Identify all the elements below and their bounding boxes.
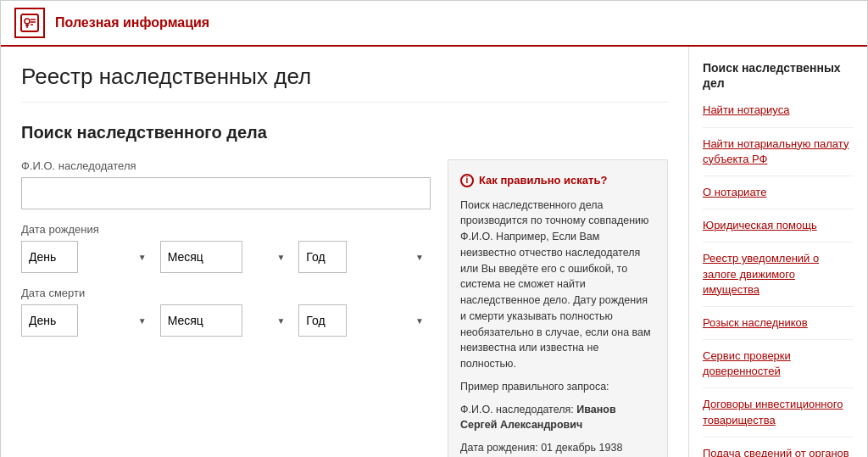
- death-year-select[interactable]: Год: [298, 304, 347, 337]
- birth-month-wrapper: Месяц МесяцЯнварьФевральМартАпрельМайИюн…: [160, 241, 292, 273]
- sidebar-nav-item: Юридическая помощь: [703, 218, 854, 242]
- birth-date-row: День День1234567891011121314151617181920…: [21, 241, 431, 273]
- death-year-wrapper: Год: [298, 304, 431, 337]
- sidebar-link-2[interactable]: О нотариате: [703, 186, 766, 198]
- svg-point-1: [25, 19, 30, 24]
- info-box-example-birth: Дата рождения: 01 декабрь 1938: [460, 440, 655, 456]
- birth-month-select[interactable]: Месяц МесяцЯнварьФевральМартАпрельМайИюн…: [160, 241, 242, 273]
- sidebar-nav-item: Найти нотариальную палату субъекта РФ: [703, 137, 854, 176]
- info-box-title: i Как правильно искать?: [460, 172, 655, 189]
- main-layout: Реестр наследственных дел Поиск наследст…: [1, 47, 867, 457]
- birth-date-label: Дата рождения: [21, 223, 431, 236]
- birth-year-select[interactable]: Год: [298, 241, 347, 273]
- fio-label: Ф.И.О. наследодателя: [21, 159, 431, 172]
- death-date-row: День День1234567891011121314151617181920…: [21, 304, 431, 337]
- sidebar-link-1[interactable]: Найти нотариальную палату субъекта РФ: [703, 137, 849, 165]
- header-title: Полезная информация: [55, 15, 209, 31]
- sidebar-nav-item: Реестр уведомлений о залоге движимого им…: [703, 251, 854, 307]
- birth-day-wrapper: День День1234567891011121314151617181920…: [21, 241, 153, 273]
- sidebar-link-6[interactable]: Сервис проверки доверенностей: [703, 349, 791, 377]
- sidebar-title: Поиск наследственных дел: [703, 60, 854, 91]
- fio-group: Ф.И.О. наследодателя: [21, 159, 431, 209]
- sidebar-nav-item: Подача сведений от органов местного само…: [703, 446, 854, 457]
- sidebar-link-8[interactable]: Подача сведений от органов местного само…: [703, 447, 849, 457]
- info-box-title-text: Как правильно искать?: [479, 172, 607, 189]
- sidebar-link-0[interactable]: Найти нотариуса: [703, 103, 789, 116]
- page-wrapper: Полезная информация Реестр наследственны…: [0, 0, 868, 457]
- search-form: Ф.И.О. наследодателя Дата рождения День …: [21, 159, 668, 457]
- sidebar-link-7[interactable]: Договоры инвестиционного товарищества: [703, 398, 843, 426]
- birth-day-select[interactable]: День День1234567891011121314151617181920…: [21, 241, 78, 273]
- death-date-group: Дата смерти День День1234567891011121314…: [21, 287, 431, 337]
- sidebar-link-4[interactable]: Реестр уведомлений о залоге движимого им…: [703, 252, 819, 295]
- sidebar-nav-item: Найти нотариуса: [703, 103, 854, 127]
- info-box-birth-value: 01 декабрь 1938: [541, 442, 622, 454]
- death-month-select[interactable]: Месяц МесяцЯнварьФевральМартАпрельМайИюн…: [160, 304, 242, 337]
- content-area: Реестр наследственных дел Поиск наследст…: [1, 47, 689, 457]
- info-box-example-label: Пример правильного запроса:: [460, 379, 655, 395]
- sidebar: Поиск наследственных дел Найти нотариуса…: [689, 47, 867, 457]
- info-box-fio-label: Ф.И.О. наследодателя:: [460, 404, 574, 415]
- info-icon: i: [460, 174, 474, 187]
- form-left: Ф.И.О. наследодателя Дата рождения День …: [21, 159, 431, 350]
- section-title: Поиск наследственного дела: [21, 123, 668, 142]
- sidebar-nav-item: Сервис проверки доверенностей: [703, 348, 854, 388]
- sidebar-link-3[interactable]: Юридическая помощь: [703, 219, 817, 231]
- info-box: i Как правильно искать? Поиск наследстве…: [448, 159, 668, 457]
- death-day-wrapper: День День1234567891011121314151617181920…: [21, 304, 153, 337]
- sidebar-link-5[interactable]: Розыск наследников: [703, 316, 808, 329]
- death-date-label: Дата смерти: [21, 287, 431, 299]
- death-day-select[interactable]: День День1234567891011121314151617181920…: [21, 304, 78, 337]
- birth-year-wrapper: Год: [298, 241, 431, 273]
- info-box-birth-label: Дата рождения:: [460, 442, 538, 454]
- sidebar-nav: Найти нотариусаНайти нотариальную палату…: [703, 103, 854, 457]
- sidebar-nav-item: О нотариате: [703, 185, 854, 209]
- info-box-example-fio: Ф.И.О. наследодателя: Иванов Сергей Алек…: [460, 402, 655, 434]
- header-logo-icon: [14, 8, 45, 38]
- sidebar-nav-item: Договоры инвестиционного товарищества: [703, 397, 854, 437]
- page-title: Реестр наследственных дел: [21, 64, 668, 103]
- info-box-body: Поиск наследственного дела производится …: [460, 198, 655, 372]
- header: Полезная информация: [1, 1, 867, 47]
- fio-input[interactable]: [21, 177, 431, 209]
- death-month-wrapper: Месяц МесяцЯнварьФевральМартАпрельМайИюн…: [160, 304, 292, 337]
- sidebar-nav-item: Розыск наследников: [703, 315, 854, 340]
- birth-date-group: Дата рождения День День12345678910111213…: [21, 223, 431, 273]
